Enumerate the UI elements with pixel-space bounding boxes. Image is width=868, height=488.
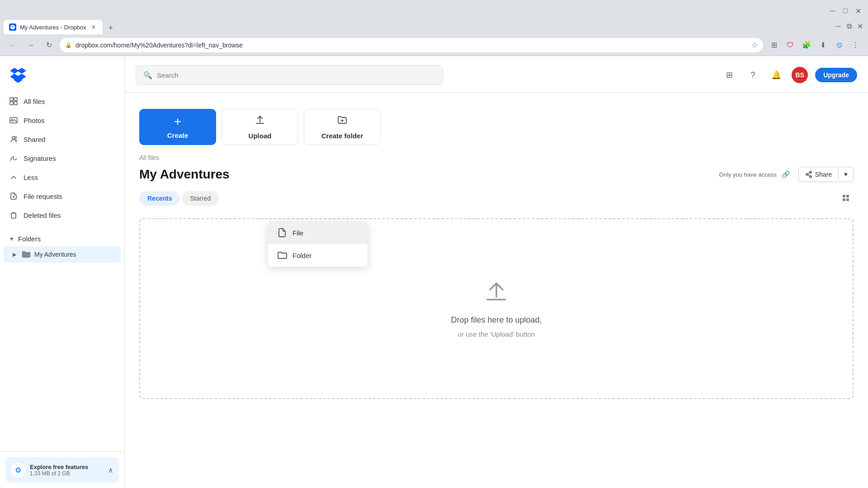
explore-chevron-icon[interactable]: ∧ xyxy=(108,466,113,474)
notifications-button[interactable]: 🔔 xyxy=(768,67,784,83)
create-folder-card[interactable]: Create folder xyxy=(304,109,381,145)
profile-icon[interactable]: ⊙ xyxy=(832,38,846,52)
sidebar-item-label: File requests xyxy=(24,192,62,200)
folders-section-label: Folders xyxy=(18,235,41,243)
explore-card[interactable]: ⚙ Explore free features 1.33 MB of 2 GB … xyxy=(5,457,119,483)
extensions-button[interactable]: ⊞ xyxy=(767,38,781,52)
folder-header: My Adventures Only you have access 🔗 Sha… xyxy=(139,167,854,182)
sidebar-item-deleted-files[interactable]: Deleted files xyxy=(4,206,121,224)
sidebar-item-less[interactable]: Less xyxy=(4,168,121,186)
window-minimize-button[interactable]: ─ xyxy=(834,22,843,31)
explore-text: Explore free features 1.33 MB of 2 GB xyxy=(30,464,104,477)
breadcrumb: All files xyxy=(139,154,854,161)
adblock-icon[interactable]: 🛡 xyxy=(783,38,797,52)
create-icon: + xyxy=(174,115,181,128)
upgrade-button[interactable]: Upgrade xyxy=(815,68,857,82)
new-tab-button[interactable]: + xyxy=(104,22,117,34)
avatar[interactable]: BS xyxy=(792,67,808,83)
dropdown-item-folder[interactable]: Folder xyxy=(268,244,368,267)
file-icon xyxy=(277,228,287,238)
create-dropdown: File Folder xyxy=(268,221,368,267)
back-button[interactable]: ← xyxy=(5,38,20,52)
link-icon[interactable]: 🔗 xyxy=(779,168,793,181)
sidebar-nav: All files Photos Shared Signatures xyxy=(0,92,124,451)
nav-bar: ← → ↻ 🔒 dropbox.com/home/My%20Adventures… xyxy=(0,34,868,56)
help-button[interactable]: ? xyxy=(745,67,761,83)
svg-line-15 xyxy=(808,173,810,174)
downloads-icon[interactable]: ⬇ xyxy=(816,38,830,52)
sidebar-item-file-requests[interactable]: File requests xyxy=(4,187,121,205)
search-bar[interactable]: 🔍 xyxy=(136,65,443,85)
dropdown-file-label: File xyxy=(292,229,303,237)
drop-zone-sub-text: or use the 'Upload' button xyxy=(458,330,535,338)
folders-section-header[interactable]: ▼ Folders xyxy=(4,231,121,246)
sidebar-item-label: Photos xyxy=(24,117,45,124)
menu-button[interactable]: ⋮ xyxy=(848,38,863,52)
tab-recents[interactable]: Recents xyxy=(139,191,180,206)
sidebar-item-label: Shared xyxy=(24,136,45,143)
svg-point-7 xyxy=(15,136,17,138)
folder-item-label: My Adventures xyxy=(34,251,76,258)
browser-tab[interactable]: My Adventures - Dropbox ✕ xyxy=(4,20,103,34)
sidebar-item-all-files[interactable]: All files xyxy=(4,92,121,110)
window-restore-button[interactable]: ⧉ xyxy=(844,22,854,31)
dropdown-item-file[interactable]: File xyxy=(268,221,368,244)
dropdown-folder-label: Folder xyxy=(292,252,312,259)
close-button[interactable]: ✕ xyxy=(854,6,863,15)
svg-point-6 xyxy=(12,136,15,139)
explore-subtitle: 1.33 MB of 2 GB xyxy=(30,470,104,477)
grid-view-button[interactable] xyxy=(839,191,854,206)
sidebar-item-photos[interactable]: Photos xyxy=(4,111,121,129)
tab-close-button[interactable]: ✕ xyxy=(90,23,97,31)
svg-line-16 xyxy=(808,175,810,176)
signatures-icon xyxy=(9,154,18,163)
forward-button[interactable]: → xyxy=(24,38,38,52)
access-info: Only you have access 🔗 xyxy=(719,168,793,181)
drop-zone[interactable]: Drop files here to upload, or use the 'U… xyxy=(139,218,854,399)
share-group: Share ▼ xyxy=(798,167,854,182)
svg-rect-0 xyxy=(10,98,13,101)
reload-button[interactable]: ↻ xyxy=(42,38,56,52)
address-bar[interactable]: 🔒 dropbox.com/home/My%20Adventures?di=le… xyxy=(60,38,763,52)
sidebar-item-label: All files xyxy=(24,98,45,105)
sidebar: All files Photos Shared Signatures xyxy=(0,56,125,488)
search-input[interactable] xyxy=(157,71,435,79)
upload-card[interactable]: Upload xyxy=(222,109,298,145)
svg-rect-1 xyxy=(14,98,17,101)
bookmark-icon[interactable]: ☆ xyxy=(751,41,758,49)
create-card[interactable]: + Create xyxy=(139,109,216,145)
folder-icon xyxy=(277,250,287,260)
svg-rect-3 xyxy=(14,102,17,105)
svg-point-13 xyxy=(806,174,808,175)
title-bar: ─ □ ✕ xyxy=(0,0,868,18)
sidebar-item-label: Less xyxy=(24,174,38,181)
svg-rect-2 xyxy=(10,102,13,105)
search-icon: 🔍 xyxy=(143,71,152,80)
drop-zone-main-text: Drop files here to upload, xyxy=(451,315,542,325)
share-label: Share xyxy=(815,171,832,178)
folder-title: My Adventures xyxy=(139,167,230,182)
folders-chevron-icon: ▼ xyxy=(9,236,14,242)
less-icon xyxy=(9,173,18,182)
action-cards-row: + Create Upload xyxy=(125,93,868,154)
minimize-button[interactable]: ─ xyxy=(828,6,837,15)
window-close-button[interactable]: ✕ xyxy=(855,22,864,31)
lock-icon: 🔒 xyxy=(65,42,72,48)
create-folder-icon xyxy=(337,115,348,128)
apps-button[interactable]: ⊞ xyxy=(721,67,737,83)
deleted-files-icon xyxy=(9,211,18,220)
svg-rect-4 xyxy=(10,117,17,123)
share-dropdown-button[interactable]: ▼ xyxy=(839,167,854,182)
maximize-button[interactable]: □ xyxy=(841,6,850,15)
folder-item-my-adventures[interactable]: ▶ My Adventures xyxy=(4,246,121,263)
upload-icon xyxy=(255,115,265,128)
sidebar-item-shared[interactable]: Shared xyxy=(4,130,121,148)
svg-rect-18 xyxy=(846,195,849,197)
app-layout: All files Photos Shared Signatures xyxy=(0,56,868,488)
create-folder-label: Create folder xyxy=(321,132,363,140)
tab-starred[interactable]: Starred xyxy=(182,191,219,206)
share-button[interactable]: Share xyxy=(798,167,839,182)
breadcrumb-link[interactable]: All files xyxy=(139,154,159,161)
extensions-icon[interactable]: 🧩 xyxy=(799,38,814,52)
sidebar-item-signatures[interactable]: Signatures xyxy=(4,149,121,167)
